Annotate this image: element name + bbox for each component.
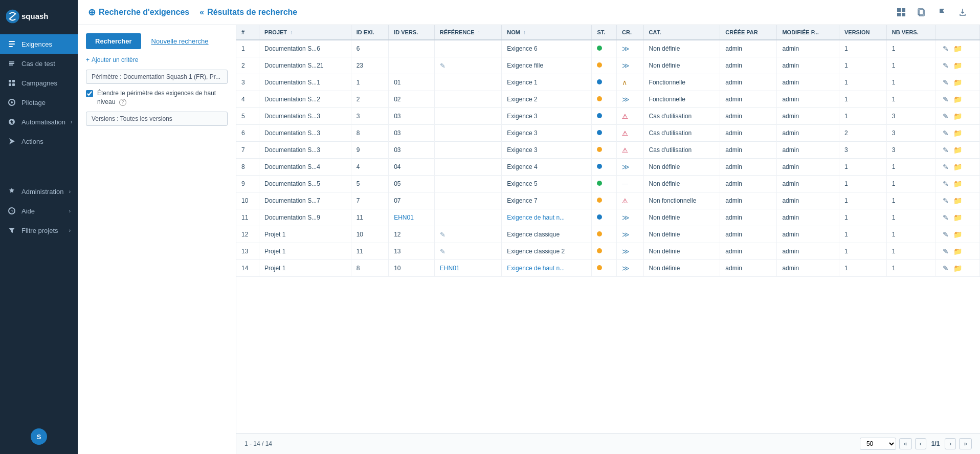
cell-actions: ✎ 📁: [936, 176, 979, 192]
view-row-button[interactable]: 📁: [952, 44, 964, 53]
col-nom[interactable]: NOM ↑: [502, 25, 592, 40]
cell-id-vers: 13: [389, 243, 435, 260]
first-page-button[interactable]: «: [899, 438, 912, 449]
add-criterion-label: Ajouter un critère: [92, 56, 138, 63]
cell-cat: Cas d'utilisation: [643, 125, 720, 142]
ref-link[interactable]: EHN01: [440, 265, 460, 272]
sidebar-item-cas-de-test[interactable]: Cas de test: [0, 54, 78, 73]
cell-id-vers: 04: [389, 159, 435, 176]
view-row-button[interactable]: 📁: [952, 78, 964, 87]
cell-nom[interactable]: Exigence de haut n...: [502, 209, 592, 226]
col-modifiee-par: MODIFIÉE P...: [777, 25, 839, 40]
id-vers-link[interactable]: EHN01: [394, 214, 414, 221]
cell-reference: ✎: [434, 243, 502, 260]
prev-page-button[interactable]: ‹: [915, 438, 926, 449]
edit-row-button[interactable]: ✎: [941, 145, 950, 155]
cr-up-light-icon: ∧: [622, 78, 627, 87]
cell-projet: Projet 1: [259, 260, 351, 277]
extend-checkbox[interactable]: [86, 90, 93, 97]
table-row: 11 Documentation S...9 11 EHN01 Exigence…: [236, 209, 980, 226]
next-page-button[interactable]: ›: [945, 438, 956, 449]
edit-row-button[interactable]: ✎: [941, 162, 950, 171]
cell-version: 1: [839, 226, 886, 243]
page-size-select[interactable]: 50 10 25 100: [860, 438, 896, 450]
new-search-button[interactable]: Nouvelle recherche: [151, 37, 209, 45]
last-page-button[interactable]: »: [959, 438, 972, 449]
view-row-button[interactable]: 📁: [952, 61, 964, 70]
cell-nom[interactable]: Exigence de haut n...: [502, 260, 592, 277]
view-row-button[interactable]: 📁: [952, 112, 964, 121]
nom-link[interactable]: Exigence de haut n...: [507, 214, 565, 221]
edit-row-button[interactable]: ✎: [941, 196, 950, 205]
cell-st: [592, 159, 617, 176]
cell-nom: Exigence 5: [502, 176, 592, 192]
view-row-button[interactable]: 📁: [952, 162, 964, 171]
search-button[interactable]: Rechercher: [86, 33, 141, 49]
cell-reference: [434, 125, 502, 142]
edit-row-button[interactable]: ✎: [941, 179, 950, 188]
sidebar-item-automatisation[interactable]: Automatisation ›: [0, 112, 78, 132]
nom-link[interactable]: Exigence de haut n...: [507, 265, 565, 272]
view-row-button[interactable]: 📁: [952, 179, 964, 188]
campagnes-icon: [7, 78, 16, 88]
status-dot: [597, 130, 602, 135]
sidebar-item-campagnes[interactable]: Campagnes: [0, 73, 78, 93]
cell-version: 1: [839, 176, 886, 192]
cell-actions: ✎ 📁: [936, 125, 979, 142]
cell-version: 1: [839, 74, 886, 91]
edit-row-button[interactable]: ✎: [941, 264, 950, 273]
help-icon[interactable]: ?: [119, 99, 126, 106]
status-dot: [597, 231, 602, 236]
view-row-button[interactable]: 📁: [952, 247, 964, 256]
sidebar-item-pilotage[interactable]: Pilotage: [0, 93, 78, 112]
edit-row-button[interactable]: ✎: [941, 230, 950, 239]
sidebar-item-filtre-projets[interactable]: Filtre projets ›: [0, 221, 78, 240]
grid-view-button[interactable]: [894, 5, 908, 19]
view-row-button[interactable]: 📁: [952, 213, 964, 222]
edit-row-button[interactable]: ✎: [941, 247, 950, 256]
cell-modifiee-par: admin: [777, 142, 839, 159]
cell-st: [592, 226, 617, 243]
edit-row-button[interactable]: ✎: [941, 213, 950, 222]
sidebar-item-exigences[interactable]: Exigences: [0, 34, 78, 54]
cell-creee-par: admin: [720, 91, 777, 108]
cell-creee-par: admin: [720, 74, 777, 91]
sidebar-item-actions[interactable]: Actions: [0, 132, 78, 151]
view-row-button[interactable]: 📁: [952, 264, 964, 273]
edit-row-button[interactable]: ✎: [941, 61, 950, 70]
cell-nb-vers: 3: [886, 108, 936, 125]
cell-st: [592, 57, 617, 74]
sidebar-label-aide: Aide: [21, 207, 64, 215]
edit-row-button[interactable]: ✎: [941, 44, 950, 53]
cell-version: 1: [839, 159, 886, 176]
perimeter-field[interactable]: Périmètre : Documentation Squash 1 (FR),…: [86, 70, 228, 84]
col-reference[interactable]: RÉFÉRENCE ↑: [434, 25, 502, 40]
topbar-title: ⊕ Recherche d'exigences: [88, 7, 189, 18]
flag-button[interactable]: [935, 5, 949, 19]
view-row-button[interactable]: 📁: [952, 145, 964, 155]
view-row-button[interactable]: 📁: [952, 128, 964, 138]
actions-icon: [7, 137, 16, 146]
user-avatar[interactable]: S: [31, 428, 47, 445]
cell-actions: ✎ 📁: [936, 40, 979, 57]
sidebar-item-aide[interactable]: ? Aide ›: [0, 201, 78, 221]
cell-st: [592, 260, 617, 277]
view-row-button[interactable]: 📁: [952, 95, 964, 104]
sidebar-item-administration[interactable]: Administration ›: [0, 182, 78, 201]
versions-field[interactable]: Versions : Toutes les versions: [86, 112, 228, 126]
copy-button[interactable]: [915, 5, 929, 19]
edit-row-button[interactable]: ✎: [941, 128, 950, 138]
edit-row-button[interactable]: ✎: [941, 112, 950, 121]
col-projet[interactable]: PROJET ↑: [259, 25, 351, 40]
table-wrapper: # PROJET ↑ ID EXI. ID VERS. RÉFÉRENCE ↑ …: [236, 25, 980, 433]
view-row-button[interactable]: 📁: [952, 196, 964, 205]
view-row-button[interactable]: 📁: [952, 230, 964, 239]
cell-nom: Exigence 3: [502, 108, 592, 125]
cell-creee-par: admin: [720, 40, 777, 57]
add-criterion-button[interactable]: + Ajouter un critère: [86, 56, 228, 63]
export-button[interactable]: [955, 5, 970, 19]
results-title: Résultats de recherche: [207, 8, 297, 17]
table-row: 14 Projet 1 8 10 EHN01 Exigence de haut …: [236, 260, 980, 277]
edit-row-button[interactable]: ✎: [941, 78, 950, 87]
edit-row-button[interactable]: ✎: [941, 95, 950, 104]
